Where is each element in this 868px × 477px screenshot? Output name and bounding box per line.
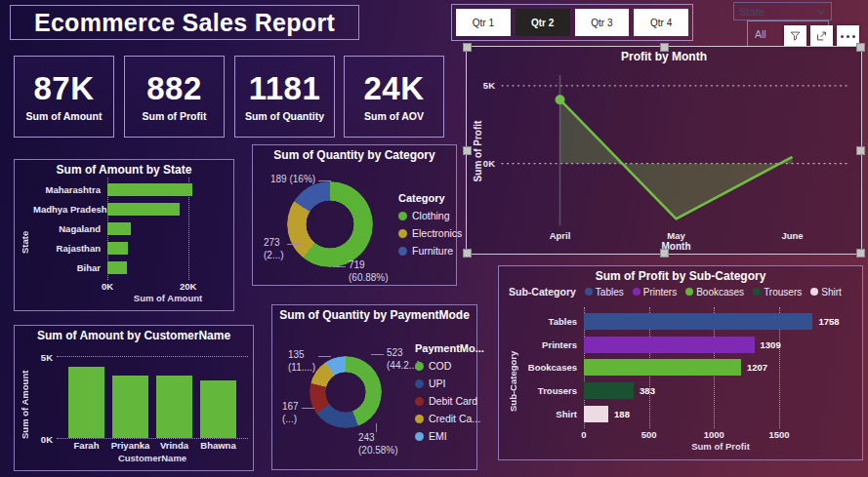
hbar-chart-plot[interactable]: Sub-CategoryTables1758Printers1309Bookca… (508, 307, 857, 455)
svg-text:June: June (781, 230, 803, 241)
legend-item[interactable]: Trousers (753, 287, 802, 298)
bar-row: Printers1309 (521, 334, 857, 357)
legend-item[interactable]: Clothing (398, 210, 462, 221)
selection-handle[interactable] (463, 249, 472, 258)
legend-item[interactable]: Furniture (398, 245, 462, 257)
svg-text:5K: 5K (483, 80, 495, 91)
selection-handle[interactable] (660, 43, 669, 52)
selection-handle[interactable] (856, 146, 865, 155)
category-label: Madhya Pradesh (33, 204, 107, 215)
kpi-card-profit[interactable]: 882 Sum of Profit (124, 56, 225, 138)
selection-handle[interactable] (463, 146, 472, 155)
bar[interactable] (107, 222, 131, 235)
legend-label: Tables (596, 287, 624, 298)
x-axis-tick: 1000 (704, 429, 724, 440)
hbar-chart-plot[interactable]: StateMaharashtraMadhya PradeshNagalandRa… (20, 178, 228, 306)
quarter-slicer: Qtr 1 Qtr 2 Qtr 3 Qtr 4 (451, 4, 693, 41)
legend-item[interactable]: Credit Ca... (415, 413, 484, 424)
donut-ring[interactable] (287, 181, 373, 267)
legend-item[interactable]: Bookcases (685, 287, 744, 298)
bar[interactable] (107, 183, 192, 196)
legend-item[interactable]: EMI (415, 430, 484, 442)
x-axis-title: CustomerName (57, 453, 248, 466)
profit-by-month-chart[interactable]: Profit by Month 5K0KAprilMayJuneMonthSum… (466, 46, 862, 255)
quantity-by-category-chart[interactable]: Sum of Quantity by Category 719(60.88%)2… (252, 144, 457, 286)
legend-label: Furniture (412, 245, 453, 257)
vbar-body: Sum of Amount5K0KFarahPriyankaVrindaBhaw… (20, 343, 248, 466)
data-label: 167(...) (282, 401, 299, 425)
donut-ring[interactable] (310, 356, 382, 428)
profit-by-subcategory-chart[interactable]: Sum of Profit by Sub-Category Sub-Catego… (498, 265, 863, 460)
bar[interactable] (112, 376, 148, 438)
bar[interactable] (156, 376, 192, 438)
qtr-4-button[interactable]: Qtr 4 (634, 9, 688, 36)
data-label: 273(2...) (264, 237, 284, 261)
kpi-card-aov[interactable]: 24K Sum of AOV (344, 56, 444, 138)
selection-handle[interactable] (856, 43, 865, 52)
category-label: Bookcases (521, 362, 584, 373)
bar[interactable] (584, 382, 634, 399)
kpi-label: Sum of AOV (364, 110, 424, 122)
qtr-3-button[interactable]: Qtr 3 (575, 9, 630, 36)
kpi-card-quantity[interactable]: 1181 Sum of Quantity (234, 56, 335, 138)
area-chart-svg[interactable]: 5K0KAprilMayJuneMonthSum of Profit (472, 64, 856, 250)
legend-item[interactable]: Printers (633, 287, 677, 298)
legend-title: PaymentMo... (415, 342, 484, 354)
bar[interactable] (200, 380, 236, 438)
bar-value-label: 1309 (761, 339, 781, 350)
ecommerce-dashboard: Ecommerce Sales Report Qtr 1 Qtr 2 Qtr 3… (0, 0, 868, 477)
legend-swatch (398, 229, 407, 238)
subcategory-legend: Sub-Category TablesPrintersBookcasesTrou… (509, 286, 856, 298)
category-label: Tables (521, 316, 584, 327)
data-label: 189 (16%) (270, 174, 315, 186)
bar[interactable] (107, 242, 128, 255)
amount-by-state-chart[interactable]: Sum of Amount by State StateMaharashtraM… (14, 159, 234, 311)
legend-item[interactable]: Electronics (398, 227, 462, 239)
legend-label: Debit Card (429, 395, 477, 407)
amount-by-customername-chart[interactable]: Sum of Amount by CustomerName Sum of Amo… (14, 325, 254, 471)
legend-item[interactable]: COD (415, 360, 484, 372)
bar[interactable] (584, 337, 755, 353)
legend-label: Clothing (412, 210, 450, 221)
category-label: Shirt (521, 409, 584, 419)
qtr-2-button[interactable]: Qtr 2 (516, 9, 570, 36)
selection-handle[interactable] (660, 249, 669, 258)
quantity-by-paymentmode-chart[interactable]: Sum of Quantity by PaymentMode 523(44.2.… (271, 304, 477, 470)
bar[interactable] (68, 367, 104, 438)
area-chart-plot[interactable]: 5K0KAprilMayJuneMonthSum of Profit (472, 64, 856, 250)
legend: PaymentMo...CODUPIDebit CardCredit Ca...… (415, 342, 484, 448)
filter-icon (790, 29, 801, 43)
legend-label: EMI (429, 430, 447, 442)
legend-swatch (585, 288, 593, 296)
state-slicer-header[interactable]: State (733, 2, 832, 20)
focus-mode-button[interactable] (810, 25, 833, 47)
selection-handle[interactable] (463, 43, 472, 52)
vbar-chart-plot[interactable]: Sum of Amount5K0KFarahPriyankaVrindaBhaw… (20, 343, 248, 466)
qtr-1-button[interactable]: Qtr 1 (456, 9, 511, 36)
bar[interactable] (584, 313, 812, 330)
bar[interactable] (107, 261, 127, 274)
kpi-value: 24K (363, 72, 424, 104)
bar-value-label: 1758 (818, 316, 839, 327)
legend-swatch (398, 212, 407, 220)
bar[interactable] (584, 406, 608, 422)
legend-title: Category (398, 192, 462, 204)
more-options-icon (841, 35, 855, 38)
chevron-down-icon (816, 9, 826, 15)
legend-item[interactable]: Debit Card (415, 395, 484, 407)
donut-chart-plot[interactable]: 719(60.88%)273(2...)189 (16%)CategoryClo… (258, 163, 451, 281)
filter-button[interactable] (784, 25, 806, 47)
chart-title: Sum of Quantity by PaymentMode (272, 308, 476, 322)
legend-item[interactable]: Tables (585, 287, 624, 298)
donut-chart-plot[interactable]: 523(44.2...)243(20.58%)167(...)135(11...… (277, 323, 472, 465)
legend-item[interactable]: UPI (415, 378, 484, 389)
legend-title: Sub-Category (509, 286, 576, 298)
kpi-card-amount[interactable]: 87K Sum of Amount (14, 56, 114, 138)
selection-handle[interactable] (856, 249, 865, 258)
legend-item[interactable]: Shirt (810, 287, 842, 298)
bar[interactable] (584, 359, 741, 376)
y-axis-title: Sub-Category (508, 307, 521, 455)
bar[interactable] (107, 203, 180, 216)
bar-row: Trousers383 (521, 379, 857, 403)
legend-label: UPI (429, 378, 446, 389)
